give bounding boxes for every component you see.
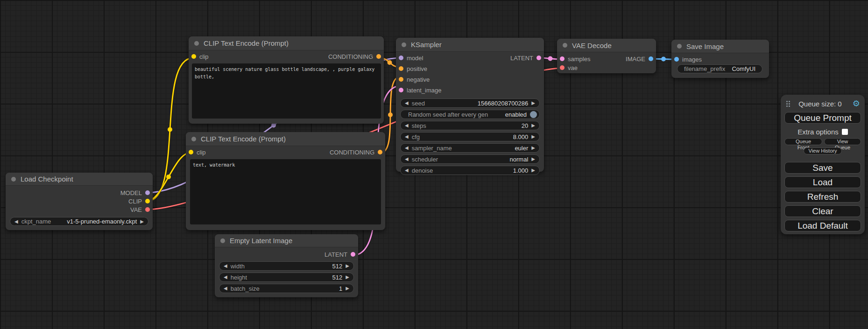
images-input-port[interactable] — [674, 57, 679, 62]
increment-arrow-icon[interactable]: ▶ — [140, 219, 144, 224]
decrement-arrow-icon[interactable]: ◀ — [224, 264, 227, 268]
save-button[interactable]: Save — [784, 162, 861, 174]
node-ksampler[interactable]: KSampler model LATENT positive negative … — [396, 38, 544, 172]
latent-image-input-port[interactable] — [399, 88, 403, 92]
widget-steps[interactable]: ◀ steps 20 ▶ — [400, 121, 540, 130]
increment-arrow-icon[interactable]: ▶ — [531, 157, 535, 161]
node-title: Empty Latent Image — [230, 237, 292, 245]
positive-input-port[interactable] — [399, 66, 403, 71]
widget-seed[interactable]: ◀ seed 156680208700286 ▶ — [400, 98, 540, 108]
view-queue-button[interactable]: View Queue — [824, 138, 861, 145]
image-link-midpoint-dot[interactable] — [661, 57, 666, 62]
refresh-button[interactable]: Refresh — [784, 191, 861, 203]
queue-prompt-button[interactable]: Queue Prompt — [784, 112, 861, 124]
negative-prompt-textarea[interactable]: text, watermark — [190, 159, 381, 224]
node-graph-canvas[interactable]: Load Checkpoint MODEL CLIP VAE ◀ ckpt_na… — [0, 0, 868, 329]
increment-arrow-icon[interactable]: ▶ — [346, 264, 349, 268]
decrement-arrow-icon[interactable]: ◀ — [405, 123, 409, 128]
collapse-dot[interactable] — [402, 42, 406, 47]
collapse-dot[interactable] — [11, 177, 16, 182]
clip-to-positive-link-midpoint-dot[interactable] — [168, 127, 172, 132]
widget-sampler-name[interactable]: ◀ sampler_name euler ▶ — [400, 143, 540, 153]
collapse-dot[interactable] — [563, 43, 567, 48]
view-history-button[interactable]: View History — [804, 147, 842, 154]
vae-output-port[interactable] — [145, 207, 150, 212]
toggle-dot[interactable] — [530, 111, 537, 118]
increment-arrow-icon[interactable]: ▶ — [346, 286, 349, 291]
load-default-button[interactable]: Load Default — [784, 220, 861, 231]
decrement-arrow-icon[interactable]: ◀ — [405, 157, 409, 161]
increment-arrow-icon[interactable]: ▶ — [531, 101, 535, 105]
widget-batch-size[interactable]: ◀ batch_size 1 ▶ — [219, 284, 354, 293]
conditioning-output-port[interactable] — [376, 54, 381, 59]
increment-arrow-icon[interactable]: ▶ — [531, 134, 535, 139]
node-title-bar[interactable]: CLIP Text Encode (Prompt) — [189, 36, 384, 50]
increment-arrow-icon[interactable]: ▶ — [531, 168, 535, 173]
decrement-arrow-icon[interactable]: ◀ — [405, 146, 409, 150]
node-title-bar[interactable]: CLIP Text Encode (Prompt) — [186, 132, 385, 146]
node-empty-latent-image[interactable]: Empty Latent Image LATENT ◀ width 512 ▶ … — [215, 234, 358, 297]
widget-filename-prefix[interactable]: filename_prefix ComfyUI — [677, 64, 762, 73]
queue-panel[interactable]: Queue size: 0 ⚙ Queue Prompt Extra optio… — [781, 95, 865, 234]
clip-input-port[interactable] — [191, 54, 196, 59]
widget-scheduler[interactable]: ◀ scheduler normal ▶ — [400, 154, 540, 164]
model-link-midpoint-dot[interactable] — [271, 123, 276, 128]
node-title-bar[interactable]: VAE Decode — [557, 39, 656, 52]
widget-value: v1-5-pruned-emaonly.ckpt — [67, 218, 137, 225]
decrement-arrow-icon[interactable]: ◀ — [405, 168, 409, 173]
latent-output-port[interactable] — [536, 56, 541, 60]
increment-arrow-icon[interactable]: ▶ — [531, 146, 535, 150]
collapse-dot[interactable] — [220, 238, 225, 243]
widget-label: denoise — [412, 167, 433, 174]
positive-prompt-textarea[interactable]: beautiful scenery nature glass bottle la… — [192, 63, 381, 119]
vae-input-port[interactable] — [560, 65, 565, 70]
widget-width[interactable]: ◀ width 512 ▶ — [219, 261, 354, 271]
collapse-dot[interactable] — [677, 44, 682, 49]
clip-input-port[interactable] — [189, 150, 193, 154]
collapse-dot[interactable] — [191, 137, 196, 141]
load-button[interactable]: Load — [784, 176, 861, 188]
latent-output-port[interactable] — [351, 252, 355, 257]
gear-icon[interactable]: ⚙ — [853, 99, 860, 108]
widget-ckpt-name[interactable]: ◀ ckpt_name v1-5-pruned-emaonly.ckpt ▶ — [10, 217, 148, 226]
node-load-checkpoint[interactable]: Load Checkpoint MODEL CLIP VAE ◀ ckpt_na… — [6, 173, 153, 230]
samples-input-port[interactable] — [560, 56, 565, 61]
increment-arrow-icon[interactable]: ▶ — [531, 123, 535, 128]
node-title-bar[interactable]: Empty Latent Image — [215, 234, 358, 247]
widget-value: ComfyUI — [732, 65, 755, 72]
conditioning-output-port[interactable] — [378, 150, 382, 154]
widget-height[interactable]: ◀ height 512 ▶ — [219, 273, 354, 282]
negative-input-port[interactable] — [399, 77, 403, 82]
decrement-arrow-icon[interactable]: ◀ — [405, 134, 409, 139]
node-title-bar[interactable]: KSampler — [396, 38, 544, 52]
decrement-arrow-icon[interactable]: ◀ — [14, 219, 18, 224]
clear-button[interactable]: Clear — [784, 205, 861, 217]
extra-options-checkbox[interactable] — [842, 129, 848, 135]
clip-output-port[interactable] — [145, 199, 150, 203]
decrement-arrow-icon[interactable]: ◀ — [224, 275, 227, 280]
node-save-image[interactable]: Save Image images filename_prefix ComfyU… — [671, 40, 769, 78]
node-vae-decode[interactable]: VAE Decode samples IMAGE vae — [557, 39, 656, 73]
widget-random-seed[interactable]: Random seed after every gen enabled — [400, 110, 540, 119]
model-output-port[interactable] — [145, 190, 150, 195]
increment-arrow-icon[interactable]: ▶ — [346, 275, 349, 280]
positive-conditioning-link-midpoint-dot[interactable] — [388, 60, 392, 65]
decrement-arrow-icon[interactable]: ◀ — [224, 286, 227, 291]
queue-front-button[interactable]: Queue Front — [784, 138, 822, 145]
node-clip-text-encode-positive[interactable]: CLIP Text Encode (Prompt) clip CONDITION… — [189, 36, 384, 124]
queue-size-label: Queue size: 0 — [788, 100, 853, 108]
widget-denoise[interactable]: ◀ denoise 1.000 ▶ — [400, 166, 540, 175]
output-label: LATENT — [510, 55, 533, 62]
negative-conditioning-link-midpoint-dot[interactable] — [388, 112, 393, 117]
output-label: MODEL — [120, 189, 142, 196]
clip-to-negative-link-midpoint-dot[interactable] — [166, 175, 171, 179]
collapse-dot[interactable] — [194, 41, 199, 46]
node-title-bar[interactable]: Load Checkpoint — [6, 173, 153, 186]
latent-link-midpoint-dot[interactable] — [548, 56, 553, 61]
image-output-port[interactable] — [649, 56, 653, 61]
decrement-arrow-icon[interactable]: ◀ — [405, 101, 409, 105]
node-clip-text-encode-negative[interactable]: CLIP Text Encode (Prompt) clip CONDITION… — [186, 132, 385, 230]
widget-cfg[interactable]: ◀ cfg 8.000 ▶ — [400, 132, 540, 141]
node-title-bar[interactable]: Save Image — [671, 40, 769, 53]
model-input-port[interactable] — [399, 56, 403, 60]
